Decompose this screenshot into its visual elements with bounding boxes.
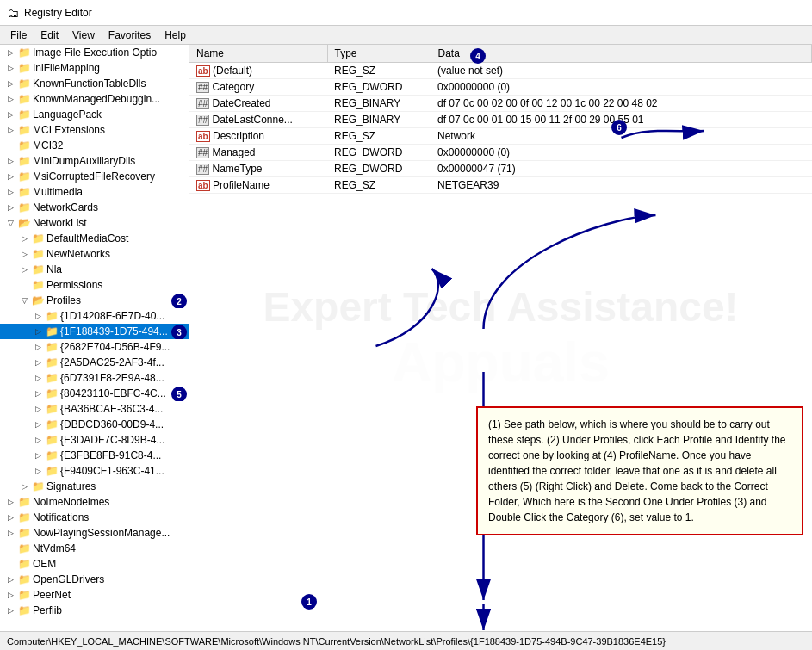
expand-icon[interactable]: ▷ [31,325,45,338]
expand-icon[interactable]: ▷ [31,464,45,478]
table-row[interactable]: ## DateCreated REG_BINARY df 07 0c 00 02… [189,96,812,112]
expand-icon[interactable]: ▷ [3,108,17,121]
table-row[interactable]: ab (Default) REG_SZ (value not set) [189,63,812,79]
tree-item-profile4[interactable]: ▷ 📁 {2A5DAC25-2AF3-4f... [0,355,189,370]
tree-item-oem[interactable]: 📁 OEM [0,556,189,572]
expand-icon[interactable]: ▷ [3,573,17,586]
tree-item-permissions[interactable]: 📁 Permissions [0,277,189,293]
open-folder-icon: 📂 [17,216,31,230]
tree-item-profile10[interactable]: ▷ 📁 {E3FBE8FB-91C8-4... [0,448,189,463]
table-row[interactable]: ab Description REG_SZ Network [189,128,812,145]
expand-icon[interactable]: ▷ [3,46,17,59]
menu-help[interactable]: Help [158,28,193,43]
expand-icon[interactable]: ▷ [31,309,45,323]
tree-item-signatures[interactable]: ▷ 📁 Signatures [0,479,189,494]
tree-item-msicorruptedfilerecovery[interactable]: ▷ 📁 MsiCorruptedFileRecovery [0,169,189,184]
table-row[interactable]: ## Managed REG_DWORD 0x00000000 (0) [189,145,812,161]
tree-item-mci32[interactable]: 📁 MCI32 [0,138,189,153]
expand-icon[interactable]: ▷ [31,433,45,447]
tree-item-peernet[interactable]: ▷ 📁 PeerNet [0,587,189,603]
expand-icon[interactable]: ▷ [3,526,17,540]
expand-icon[interactable]: ▷ [31,387,45,400]
expand-icon[interactable] [3,139,17,152]
expand-icon[interactable]: ▷ [31,402,45,416]
tree-item-profile9[interactable]: ▷ 📁 {E3DADF7C-8D9B-4... [0,432,189,448]
table-row[interactable]: ## DateLastConne... REG_BINARY df 07 0c … [189,112,812,128]
tree-item-profile2[interactable]: ▷ 📁 {1F188439-1D75-494... 3 [0,324,189,339]
tree-item-profiles[interactable]: ▽ 📂 Profiles 2 [0,293,189,308]
tree-item-newnetworks[interactable]: ▷ 📁 NewNetworks [0,246,189,262]
folder-icon: 📁 [45,325,59,338]
expand-icon[interactable]: ▷ [3,604,17,617]
tree-item-notifications[interactable]: ▷ 📁 Notifications [0,510,189,525]
tree-item-profile3[interactable]: ▷ 📁 {2682E704-D56B-4F9... [0,339,189,355]
table-row[interactable]: ab ProfileName REG_SZ NETGEAR39 [189,177,812,194]
tree-item-profile7[interactable]: ▷ 📁 {BA36BCAE-36C3-4... [0,401,189,417]
tree-item-networkcards[interactable]: ▷ 📁 NetworkCards [0,200,189,215]
menu-favorites[interactable]: Favorites [102,28,158,43]
tree-item-opengldrivers[interactable]: ▷ 📁 OpenGLDrivers [0,572,189,587]
tree-item-noimenodelmes[interactable]: ▷ 📁 NoImeNodelmes [0,494,189,510]
expand-icon[interactable]: ▷ [3,123,17,137]
folder-icon: 📁 [45,449,59,462]
main-area: ▷ 📁 Image File Execution Optio ▷ 📁 IniFi… [0,45,812,631]
expand-icon[interactable]: ▷ [17,232,31,245]
table-row[interactable]: ## Category REG_DWORD 0x00000000 (0) [189,79,812,96]
expand-icon[interactable]: ▷ [17,263,31,276]
expand-icon[interactable]: ▷ [3,201,17,214]
tree-item-image-file[interactable]: ▷ 📁 Image File Execution Optio [0,45,189,60]
reg-type: REG_BINARY [327,112,431,128]
menu-view[interactable]: View [65,28,102,43]
tree-item-inifilemapping[interactable]: ▷ 📁 IniFileMapping [0,60,189,76]
expand-icon[interactable]: ▷ [3,511,17,524]
tree-item-nowplayingsessionmanager[interactable]: ▷ 📁 NowPlayingSessionManage... [0,525,189,541]
expand-icon[interactable] [17,278,31,292]
expand-icon[interactable]: ▷ [31,418,45,431]
expand-icon[interactable]: ▷ [3,170,17,183]
tree-item-networklist[interactable]: ▽ 📂 NetworkList [0,215,189,231]
registry-values-panel: Expert Tech Assistance! Appuals Name Typ… [189,45,812,631]
expand-icon[interactable]: ▷ [3,495,17,509]
menu-edit[interactable]: Edit [34,28,65,43]
expand-icon[interactable]: ▽ [17,294,31,307]
tree-item-knownmanageddebugging[interactable]: ▷ 📁 KnownManagedDebuggin... [0,91,189,107]
tree-item-mci-extensions[interactable]: ▷ 📁 MCI Extensions [0,122,189,138]
expand-icon[interactable]: ▷ [31,371,45,385]
expand-icon[interactable]: ▷ [31,340,45,354]
tree-item-perflib[interactable]: ▷ 📁 Perflib [0,603,189,618]
expand-icon[interactable] [3,557,17,571]
expand-icon[interactable]: ▷ [31,449,45,462]
tree-item-profile8[interactable]: ▷ 📁 {DBDCD360-00D9-4... [0,417,189,432]
expand-icon[interactable]: ▷ [3,588,17,602]
tree-panel[interactable]: ▷ 📁 Image File Execution Optio ▷ 📁 IniFi… [0,45,189,631]
reg-name: ## DateCreated [189,96,327,112]
expand-icon[interactable] [3,542,17,555]
tree-item-defaultmediacost[interactable]: ▷ 📁 DefaultMediaCost [0,231,189,246]
reg-data: (value not set) [431,63,812,79]
tree-item-profile1[interactable]: ▷ 📁 {1D14208F-6E7D-40... [0,308,189,324]
tree-item-minidumpauxiliarydlls[interactable]: ▷ 📁 MiniDumpAuxiliaryDlls [0,153,189,169]
expand-icon[interactable]: ▷ [17,480,31,493]
folder-icon: 📁 [45,371,59,385]
tree-item-knownfunctiontabledlls[interactable]: ▷ 📁 KnownFunctionTableDlls [0,76,189,91]
tree-item-nla[interactable]: ▷ 📁 Nla [0,262,189,277]
tree-item-languagepack[interactable]: ▷ 📁 LanguagePack [0,107,189,122]
tree-item-ntvdm64[interactable]: 📁 NtVdm64 [0,541,189,556]
tree-item-multimedia[interactable]: ▷ 📁 Multimedia [0,184,189,200]
tree-item-profile6[interactable]: ▷ 📁 {80423110-EBFC-4C... 5 [0,386,189,401]
reg-type: REG_DWORD [327,79,431,96]
expand-icon[interactable]: ▷ [3,185,17,199]
tree-item-profile11[interactable]: ▷ 📁 {F9409CF1-963C-41... [0,463,189,479]
menu-file[interactable]: File [3,28,34,43]
expand-icon[interactable]: ▷ [3,77,17,90]
expand-icon[interactable]: ▽ [3,216,17,230]
expand-icon[interactable]: ▷ [17,247,31,261]
tree-item-profile5[interactable]: ▷ 📁 {6D7391F8-2E9A-48... [0,370,189,386]
expand-icon[interactable]: ▷ [3,61,17,75]
reg-name: ## DateLastConne... [189,112,327,128]
expand-icon[interactable]: ▷ [3,92,17,106]
table-row[interactable]: ## NameType REG_DWORD 0x00000047 (71) [189,161,812,177]
folder-icon: 📁 [45,418,59,431]
expand-icon[interactable]: ▷ [31,356,45,369]
expand-icon[interactable]: ▷ [3,154,17,168]
